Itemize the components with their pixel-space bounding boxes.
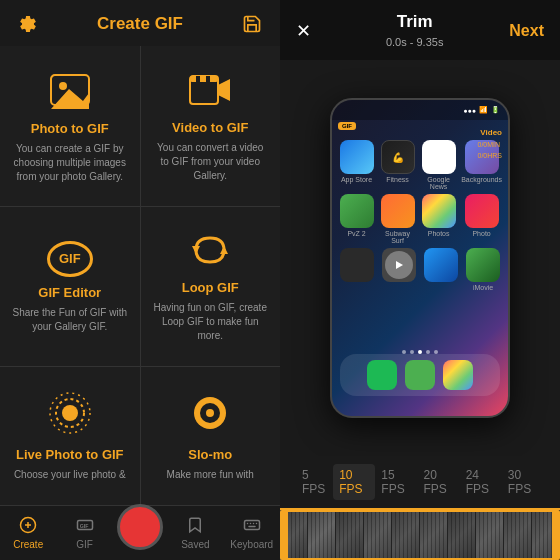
frame-2 (308, 510, 336, 560)
gif-tab-label: GIF (76, 539, 93, 550)
gif-editor-desc: Share the Fun of GIF with your Gallery G… (12, 306, 128, 334)
app-icon-photos-wrap: Photos (420, 194, 457, 244)
tab-keyboard[interactable]: Keyboard (228, 514, 276, 550)
feature-grid: Photo to GIF You can create a GIF by cho… (0, 46, 280, 505)
svg-rect-6 (196, 76, 200, 82)
svg-rect-7 (206, 76, 210, 82)
app-icon-fitness-wrap: 💪 Fitness (379, 140, 416, 190)
live-photo-desc: Choose your live photo & (14, 468, 126, 482)
next-button[interactable]: Next (509, 22, 544, 40)
close-button[interactable]: ✕ (296, 20, 320, 42)
slomo-title: Slo-mo (188, 447, 232, 462)
phone-screen: ●●● 📶 🔋 GIF Video 0/0MIN0/0HRS App Store (330, 98, 510, 418)
video-to-gif-desc: You can convert a video to GIF from your… (153, 141, 269, 183)
timeline-strip[interactable] (280, 508, 560, 560)
frame-8 (476, 510, 504, 560)
video-to-gif-cell[interactable]: Video to GIF You can convert a video to … (141, 46, 281, 206)
svg-rect-5 (190, 76, 218, 82)
svg-text:GIF: GIF (79, 523, 89, 529)
app-icon-slot3 (422, 248, 460, 291)
trim-time: 0.0s - 9.35s (386, 36, 443, 48)
dock-icon-phone (405, 360, 435, 390)
timeline-handle-right[interactable] (552, 510, 560, 560)
create-tab-icon (17, 514, 39, 536)
phone-video-label: Video (480, 128, 502, 137)
live-photo-icon (48, 391, 92, 439)
svg-point-11 (62, 405, 78, 421)
photo-to-gif-desc: You can create a GIF by choosing multipl… (12, 142, 128, 184)
photo-to-gif-title: Photo to GIF (31, 121, 109, 136)
record-button[interactable] (117, 504, 163, 550)
tab-gif[interactable]: GIF GIF (61, 514, 109, 550)
fps-15[interactable]: 15 FPS (375, 464, 417, 500)
live-photo-cell[interactable]: Live Photo to GIF Choose your live photo… (0, 367, 140, 505)
left-panel: Create GIF Photo to GIF You can create a… (0, 0, 280, 560)
phone-preview: ●●● 📶 🔋 GIF Video 0/0MIN0/0HRS App Store (280, 60, 560, 456)
create-tab-label: Create (13, 539, 43, 550)
play-button-overlay[interactable] (385, 251, 413, 279)
app-slot-empty (340, 248, 374, 282)
phone-dock (340, 354, 500, 396)
keyboard-tab-icon (241, 514, 263, 536)
app-icon-camera-ref (338, 248, 376, 291)
frame-4 (364, 510, 392, 560)
gif-tab-icon: GIF (74, 514, 96, 536)
slomo-cell[interactable]: Slo-mo Make more fun with (141, 367, 281, 505)
timeline-handle-left[interactable] (280, 510, 288, 560)
frame-5 (392, 510, 420, 560)
gif-indicator-badge: GIF (338, 122, 356, 130)
gif-editor-title: GIF Editor (38, 285, 101, 300)
tab-create[interactable]: Create (4, 514, 52, 550)
frame-9 (504, 510, 532, 560)
loop-gif-cell[interactable]: Loop GIF Having fun on GIF, create Loop … (141, 207, 281, 365)
dock-icon-spotify (367, 360, 397, 390)
gif-editor-cell[interactable]: GIF GIF Editor Share the Fun of GIF with… (0, 207, 140, 365)
fps-10[interactable]: 10 FPS (333, 464, 375, 500)
app-icon-subway (381, 194, 415, 228)
dock-icon-photos2 (443, 360, 473, 390)
app-icon-photo2 (465, 194, 499, 228)
trim-title-area: Trim 0.0s - 9.35s (320, 12, 509, 50)
app-icon-imovie-wrap: iMovie (464, 248, 502, 291)
photo-to-gif-cell[interactable]: Photo to GIF You can create a GIF by cho… (0, 46, 140, 206)
fps-24[interactable]: 24 FPS (460, 464, 502, 500)
status-icons: ●●● 📶 🔋 (463, 106, 500, 114)
app-icon-apple9 (424, 248, 458, 282)
video-icon (188, 72, 232, 112)
timeline-frames (280, 510, 560, 560)
app-icon-appstore-wrap: App Store (338, 140, 375, 190)
saved-tab-label: Saved (181, 539, 209, 550)
frame-6 (420, 510, 448, 560)
fps-5[interactable]: 5 FPS (296, 464, 333, 500)
tab-saved[interactable]: Saved (171, 514, 219, 550)
app-icon-googlenews (422, 140, 456, 174)
svg-rect-22 (244, 521, 259, 530)
video-to-gif-title: Video to GIF (172, 120, 248, 135)
fps-20[interactable]: 20 FPS (417, 464, 459, 500)
phone-stats: 0/0MIN0/0HRS (477, 140, 502, 161)
app-icon-subway-wrap: Subway Surf (379, 194, 416, 244)
left-header: Create GIF (0, 0, 280, 46)
fps-30[interactable]: 30 FPS (502, 464, 544, 500)
app-icon-pvz (340, 194, 374, 228)
app-play-icon (382, 248, 416, 282)
app-play-center (380, 248, 418, 291)
frame-3 (336, 510, 364, 560)
svg-point-2 (59, 82, 67, 90)
svg-marker-9 (192, 246, 200, 254)
app-icon-appstore (340, 140, 374, 174)
right-header: ✕ Trim 0.0s - 9.35s Next (280, 0, 560, 60)
loop-gif-icon (188, 232, 232, 272)
svg-point-16 (206, 409, 214, 417)
app-icon-gnews-wrap: Google News (420, 140, 457, 190)
slomo-desc: Make more fun with (167, 468, 254, 482)
app-icon-photo2-wrap: Photo (461, 194, 502, 244)
loop-gif-title: Loop GIF (182, 280, 239, 295)
saved-tab-icon (184, 514, 206, 536)
loop-gif-desc: Having fun on GIF, create Loop GIF to ma… (153, 301, 269, 343)
fps-selector: 5 FPS 10 FPS 15 FPS 20 FPS 24 FPS 30 FPS (280, 456, 560, 508)
save-icon[interactable] (240, 12, 264, 36)
gif-editor-icon: GIF (47, 241, 93, 277)
settings-icon[interactable] (16, 12, 40, 36)
right-panel: ✕ Trim 0.0s - 9.35s Next ●●● 📶 🔋 GIF Vid… (280, 0, 560, 560)
